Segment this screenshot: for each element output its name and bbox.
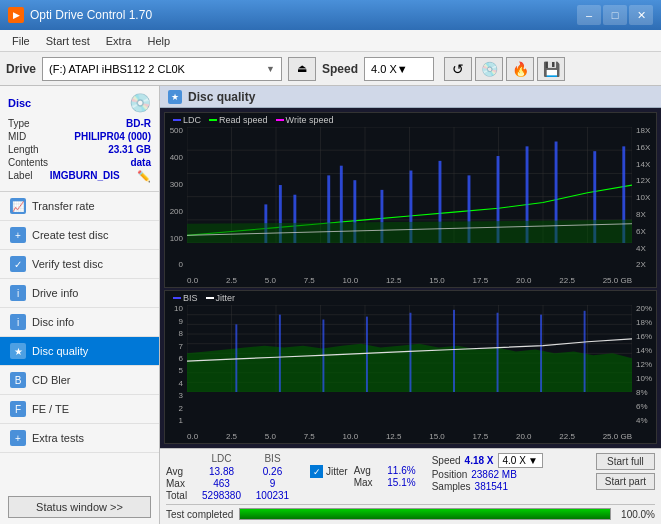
yr-14x: 14X	[636, 161, 650, 169]
sidebar-item-cd-bler[interactable]: B CD Bler	[0, 366, 159, 395]
disc-quality-title: Disc quality	[188, 90, 255, 104]
maximize-button[interactable]: □	[603, 5, 627, 25]
titlebar-controls: – □ ✕	[577, 5, 653, 25]
bis-y-axis-left: 10 9 8 7 6 5 4 3 2 1	[165, 305, 185, 425]
ldc-x-axis: 0.0 2.5 5.0 7.5 10.0 12.5 15.0 17.5 20.0…	[187, 276, 632, 285]
jitter-checkbox[interactable]: ✓	[310, 465, 323, 478]
bis-chart: BIS Jitter 10 9 8 7 6 5 4 3	[164, 290, 657, 444]
sidebar-item-disc-quality[interactable]: ★ Disc quality	[0, 337, 159, 366]
sidebar-menu: 📈 Transfer rate + Create test disc ✓ Ver…	[0, 192, 159, 490]
drive-info-icon: i	[10, 285, 26, 301]
position-label: Position	[432, 469, 468, 480]
y-label-300: 300	[170, 181, 183, 189]
cd-bler-icon: B	[10, 372, 26, 388]
position-value: 23862 MB	[471, 469, 517, 480]
start-full-button[interactable]: Start full	[596, 453, 655, 470]
sidebar-item-verify-test-disc[interactable]: ✓ Verify test disc	[0, 250, 159, 279]
content-area: ★ Disc quality LDC Read speed	[160, 86, 661, 524]
jitter-max-value: 15.1%	[381, 477, 416, 488]
samples-value: 381541	[475, 481, 508, 492]
menu-help[interactable]: Help	[139, 33, 178, 49]
avg-bis: 0.26	[249, 466, 296, 477]
drive-select-value: (F:) ATAPI iHBS112 2 CL0K	[49, 63, 266, 75]
charts-area: LDC Read speed Write speed 500 400 300	[160, 108, 661, 448]
menu-start-test[interactable]: Start test	[38, 33, 98, 49]
titlebar-title: Opti Drive Control 1.70	[30, 8, 152, 22]
svg-rect-61	[453, 310, 455, 392]
sidebar-item-transfer-rate[interactable]: 📈 Transfer rate	[0, 192, 159, 221]
progress-percentage: 100.0%	[617, 509, 655, 520]
yr-4x: 4X	[636, 245, 646, 253]
sidebar-item-fe-te[interactable]: F FE / TE	[0, 395, 159, 424]
read-speed-legend-dot	[209, 119, 217, 121]
avg-label: Avg	[166, 466, 194, 477]
disc-quality-header-icon: ★	[168, 90, 182, 104]
sidebar-item-label: Disc info	[32, 316, 74, 328]
disc-quality-icon: ★	[10, 343, 26, 359]
svg-rect-63	[540, 315, 542, 392]
max-bis: 9	[249, 478, 296, 489]
stats-avg-row: Avg 13.88 0.26	[166, 466, 296, 477]
sidebar-item-label: CD Bler	[32, 374, 71, 386]
disc-button[interactable]: 💿	[475, 57, 503, 81]
drive-dropdown-arrow: ▼	[266, 64, 275, 74]
yr-2x: 2X	[636, 261, 646, 269]
eject-button[interactable]: ⏏	[288, 57, 316, 81]
ldc-col-header: LDC	[198, 453, 245, 464]
ldc-chart-legend: LDC Read speed Write speed	[173, 115, 333, 125]
bis-x-axis: 0.0 2.5 5.0 7.5 10.0 12.5 15.0 17.5 20.0…	[187, 432, 632, 441]
speed-dropdown-arrow: ▼	[528, 455, 538, 466]
jitter-avg-row: Avg 11.6%	[354, 465, 416, 476]
menu-extra[interactable]: Extra	[98, 33, 140, 49]
minimize-button[interactable]: –	[577, 5, 601, 25]
menu-file[interactable]: File	[4, 33, 38, 49]
jitter-legend-dot	[206, 297, 214, 299]
sidebar-item-label: Create test disc	[32, 229, 108, 241]
sidebar-item-extra-tests[interactable]: + Extra tests	[0, 424, 159, 453]
close-button[interactable]: ✕	[629, 5, 653, 25]
sidebar-item-drive-info[interactable]: i Drive info	[0, 279, 159, 308]
disc-info-icon: i	[10, 314, 26, 330]
write-speed-legend-item: Write speed	[276, 115, 334, 125]
progress-bar-container	[239, 508, 611, 520]
speed-dropdown[interactable]: 4.0 X ▼	[498, 453, 543, 468]
bis-legend-dot	[173, 297, 181, 299]
disc-quality-header: ★ Disc quality	[160, 86, 661, 108]
speed-select[interactable]: 4.0 X ▼	[364, 57, 434, 81]
ldc-chart-svg	[187, 127, 632, 243]
sidebar: Disc 💿 Type BD-R MID PHILIPR04 (000) Len…	[0, 86, 160, 524]
jitter-values: Avg 11.6% Max 15.1%	[354, 465, 416, 488]
bottom-panel: LDC BIS Avg 13.88 0.26 Max 463 9 Total	[160, 448, 661, 524]
burn-button[interactable]: 🔥	[506, 57, 534, 81]
disc-info-section: Disc 💿 Type BD-R MID PHILIPR04 (000) Len…	[0, 86, 159, 192]
sidebar-item-label: Verify test disc	[32, 258, 103, 270]
start-part-button[interactable]: Start part	[596, 473, 655, 490]
jitter-section: ✓ Jitter Avg 11.6% Max 15.1%	[300, 465, 416, 488]
disc-section-title: Disc	[8, 97, 31, 109]
read-speed-legend-label: Read speed	[219, 115, 268, 125]
toolbar-icons: ↺ 💿 🔥 💾	[444, 57, 565, 81]
jitter-label: Jitter	[326, 466, 348, 477]
label-edit-icon[interactable]: ✏️	[137, 170, 151, 183]
svg-rect-62	[497, 313, 499, 392]
write-speed-legend-dot	[276, 119, 284, 121]
refresh-button[interactable]: ↺	[444, 57, 472, 81]
bis-col-header: BIS	[249, 453, 296, 464]
yr-12x: 12X	[636, 177, 650, 185]
drive-select[interactable]: (F:) ATAPI iHBS112 2 CL0K ▼	[42, 57, 282, 81]
disc-mid-label: MID	[8, 131, 26, 142]
ldc-y-axis-left: 500 400 300 200 100 0	[165, 127, 185, 269]
save-button[interactable]: 💾	[537, 57, 565, 81]
yr-10x: 10X	[636, 194, 650, 202]
status-window-button[interactable]: Status window >>	[8, 496, 151, 518]
jitter-legend-item: Jitter	[206, 293, 236, 303]
yr-16x: 16X	[636, 144, 650, 152]
sidebar-item-disc-info[interactable]: i Disc info	[0, 308, 159, 337]
y-label-400: 400	[170, 154, 183, 162]
disc-length-label: Length	[8, 144, 39, 155]
jitter-avg-label: Avg	[354, 465, 379, 476]
stats-header: LDC BIS	[166, 453, 296, 464]
sidebar-item-label: Disc quality	[32, 345, 88, 357]
sidebar-item-create-test-disc[interactable]: + Create test disc	[0, 221, 159, 250]
svg-marker-32	[187, 220, 632, 243]
